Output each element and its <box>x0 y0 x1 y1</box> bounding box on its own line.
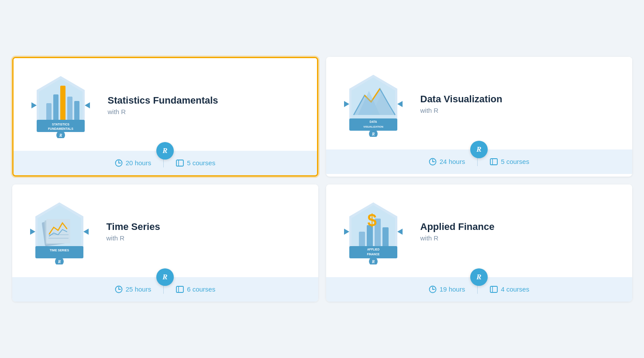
book-icon-ts <box>176 286 184 293</box>
svg-marker-29 <box>344 101 349 107</box>
book-icon-dv <box>490 158 498 165</box>
r-badge-ts: R <box>156 268 174 286</box>
card-title-ts: Time Series <box>107 221 160 233</box>
courses-label-dv: 5 courses <box>501 158 529 165</box>
svg-marker-47 <box>30 229 35 235</box>
clock-icon-dv <box>429 158 437 166</box>
svg-text:FINANCE: FINANCE <box>367 253 380 256</box>
footer-divider-ts <box>163 285 164 294</box>
card-footer-ts: R 25 hours 6 courses <box>12 277 318 302</box>
card-info-ts: Time Series with R <box>107 221 160 242</box>
card-applied-finance[interactable]: $ APPLIED FINANCE R Applied Finance with… <box>326 184 632 302</box>
card-footer-af: R 19 hours 4 courses <box>326 277 632 302</box>
svg-text:APPLIED: APPLIED <box>367 248 379 251</box>
hours-stat-datavis: 24 hours <box>429 158 465 166</box>
card-sub-ts: with R <box>107 234 160 242</box>
card-top-stats: STATISTICS FUNDAMENTALS R Statistics Fun… <box>14 58 317 151</box>
svg-text:VISUALIZATION: VISUALIZATION <box>363 125 383 128</box>
svg-rect-56 <box>359 232 365 247</box>
hours-label-dv: 24 hours <box>440 158 465 165</box>
footer-divider-dv <box>477 157 478 166</box>
svg-text:STATISTICS: STATISTICS <box>52 123 69 126</box>
svg-text:R: R <box>57 259 61 264</box>
courses-label-ts: 6 courses <box>187 285 215 293</box>
clock-icon-ts <box>115 285 123 293</box>
svg-rect-71 <box>490 286 497 292</box>
r-badge-label: R <box>162 146 167 155</box>
svg-text:R: R <box>371 132 375 136</box>
card-info-stats: Statistics Fundamentals with R <box>108 95 218 115</box>
r-badge-stats: R <box>156 142 174 160</box>
card-top-af: $ APPLIED FINANCE R Applied Finance with… <box>326 184 632 277</box>
courses-stat-datavis: 5 courses <box>490 158 529 165</box>
svg-text:DATA: DATA <box>369 120 377 123</box>
svg-text:TIME SERIES: TIME SERIES <box>49 249 69 252</box>
card-time-series[interactable]: TIME SERIES R Time Series with R R <box>12 184 318 302</box>
card-sub-af: with R <box>420 234 495 242</box>
clock-icon-af <box>429 285 437 293</box>
svg-rect-43 <box>35 246 83 258</box>
svg-text:$: $ <box>367 211 376 229</box>
card-sub-datavis: with R <box>420 107 503 114</box>
svg-marker-48 <box>83 229 89 235</box>
r-badge-af: R <box>470 268 488 286</box>
hours-label-stats: 20 hours <box>126 159 151 167</box>
hours-label-ts: 25 hours <box>126 285 151 293</box>
clock-icon-stats <box>115 159 123 167</box>
courses-stat-ts: 6 courses <box>176 285 215 293</box>
svg-rect-17 <box>176 160 183 166</box>
svg-rect-4 <box>60 86 65 121</box>
footer-divider-af <box>477 285 478 294</box>
card-sub-stats: with R <box>108 108 218 115</box>
courses-stat-af: 4 courses <box>490 285 529 293</box>
card-info-datavis: Data Visualization with R <box>420 94 503 114</box>
svg-rect-3 <box>53 94 59 121</box>
card-title-datavis: Data Visualization <box>420 94 503 105</box>
svg-text:R: R <box>371 259 375 264</box>
svg-rect-34 <box>490 159 497 165</box>
card-data-visualization[interactable]: DATA VISUALIZATION R Data Visualization … <box>326 57 632 177</box>
courses-stat-stats: 5 courses <box>176 159 215 167</box>
hours-label-af: 19 hours <box>440 285 465 293</box>
book-icon-stats <box>176 160 184 167</box>
footer-divider-stats <box>163 159 164 167</box>
card-title-af: Applied Finance <box>420 221 495 233</box>
r-badge-datavis: R <box>470 141 488 158</box>
svg-text:R: R <box>59 133 62 138</box>
courses-label-stats: 5 courses <box>187 159 215 167</box>
badge-stats: STATISTICS FUNDAMENTALS R <box>26 70 96 140</box>
svg-marker-67 <box>397 229 403 235</box>
r-badge-label-af: R <box>476 273 481 282</box>
hours-stat-af: 19 hours <box>429 285 465 293</box>
r-badge-label-ts: R <box>162 273 167 282</box>
badge-ts: TIME SERIES R <box>24 197 94 267</box>
card-stats-fundamentals[interactable]: STATISTICS FUNDAMENTALS R Statistics Fun… <box>12 57 318 177</box>
book-icon-af <box>490 286 498 293</box>
badge-datavis: DATA VISUALIZATION R <box>338 69 408 139</box>
svg-rect-59 <box>382 227 389 247</box>
svg-rect-5 <box>67 97 72 121</box>
badge-af: $ APPLIED FINANCE R <box>338 197 408 267</box>
course-grid: STATISTICS FUNDAMENTALS R Statistics Fun… <box>12 57 632 302</box>
svg-rect-52 <box>176 286 183 292</box>
svg-marker-13 <box>85 102 90 108</box>
svg-marker-30 <box>397 101 403 107</box>
card-top-datavis: DATA VISUALIZATION R Data Visualization … <box>326 57 632 149</box>
card-footer-stats: R 20 hours 5 courses <box>14 151 317 175</box>
card-footer-datavis: R 24 hours 5 courses <box>326 149 632 174</box>
card-top-ts: TIME SERIES R Time Series with R <box>12 184 318 277</box>
svg-rect-2 <box>46 103 52 121</box>
svg-text:FUNDAMENTALS: FUNDAMENTALS <box>48 127 73 130</box>
svg-rect-6 <box>74 101 79 121</box>
hours-stat-ts: 25 hours <box>115 285 151 293</box>
svg-marker-66 <box>344 229 349 235</box>
card-info-af: Applied Finance with R <box>420 221 495 242</box>
r-badge-label-dv: R <box>476 145 481 154</box>
svg-marker-12 <box>31 102 37 108</box>
card-title-stats: Statistics Fundamentals <box>108 95 218 106</box>
hours-stat-stats: 20 hours <box>115 159 151 167</box>
courses-label-af: 4 courses <box>501 285 529 293</box>
